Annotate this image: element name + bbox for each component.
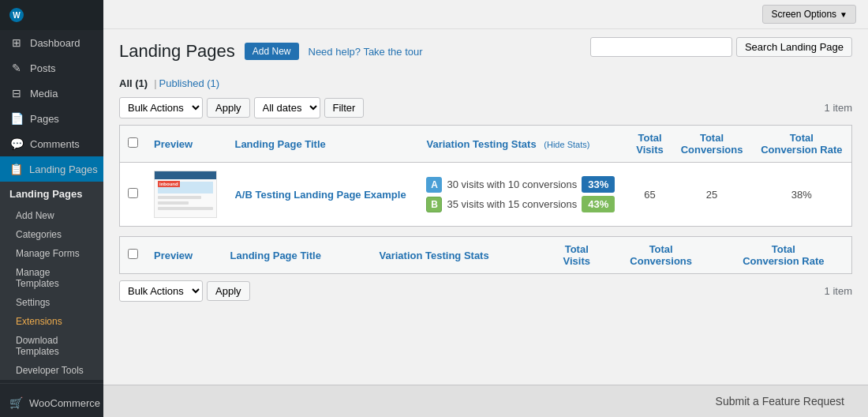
sidebar-item-label: Media (30, 88, 58, 100)
total-visits-label: TotalVisits (636, 132, 663, 156)
content-area: Landing Pages Add New Need help? Take th… (103, 29, 868, 314)
sidebar-item-label: WooCommerce (29, 397, 100, 409)
bottom-total-conversions-header: TotalConversions (607, 237, 716, 274)
submenu-item-manage-templates[interactable]: Manage Templates (0, 263, 103, 293)
table-row: inbound A/B Testing Landing Page Example (120, 163, 852, 227)
main-content: Screen Options ▼ Landing Pages Add New N… (103, 0, 868, 417)
submenu-item-extensions[interactable]: Extensions (0, 312, 103, 331)
select-all-checkbox[interactable] (128, 137, 138, 148)
mini-line (158, 196, 201, 199)
sidebar-item-landing-pages[interactable]: 📋 Landing Pages (0, 156, 103, 182)
row-checkbox[interactable] (128, 188, 138, 198)
sidebar-item-media[interactable]: ⊟ Media (0, 81, 103, 106)
comments-icon: 💬 (9, 137, 24, 150)
total-conversions-header: TotalConversions (672, 126, 751, 163)
top-bar: Screen Options ▼ (103, 0, 868, 29)
sidebar-item-posts[interactable]: ✎ Posts (0, 55, 103, 81)
checkbox-header (120, 126, 147, 163)
bottom-select-all[interactable] (128, 249, 138, 259)
chevron-down-icon: ▼ (840, 10, 847, 19)
ab-row-a: A 30 visits with 10 conversions 33% (426, 176, 619, 193)
sidebar-item-pages[interactable]: 📄 Pages (0, 106, 103, 131)
sidebar-item-label: Pages (30, 113, 59, 125)
top-toolbar: Bulk Actions Apply All dates Filter 1 it… (119, 97, 852, 118)
mini-logo: inbound (158, 181, 180, 187)
bottom-total-rate-header: TotalConversion Rate (716, 237, 852, 274)
bottom-toolbar: Bulk Actions Apply 1 item (119, 280, 852, 302)
wp-logo-area[interactable]: W (0, 0, 103, 30)
sidebar-item-dashboard[interactable]: ⊞ Dashboard (0, 30, 103, 55)
search-input[interactable] (590, 37, 732, 57)
landing-pages-icon: 📋 (9, 163, 23, 175)
sidebar-item-label: Landing Pages (29, 163, 98, 175)
media-icon: ⊟ (9, 87, 24, 100)
page-header: Landing Pages Add New Need help? Take th… (119, 41, 423, 62)
posts-icon: ✎ (9, 62, 24, 74)
bottom-bulk-actions-select[interactable]: Bulk Actions (119, 280, 203, 302)
bottom-checkbox-header (120, 237, 147, 274)
submit-feature-bar[interactable]: Submit a Feature Request (103, 385, 868, 417)
published-count: (1) (207, 77, 219, 89)
landing-pages-submenu: Landing Pages Add New Categories Manage … (0, 182, 103, 380)
total-conversion-rate-label: TotalConversion Rate (761, 132, 842, 156)
bottom-apply-button[interactable]: Apply (207, 281, 250, 301)
total-conversions-cell: 25 (672, 163, 751, 227)
submenu-title[interactable]: Landing Pages (0, 182, 103, 206)
wp-logo: W (9, 8, 24, 22)
pages-icon: 📄 (9, 112, 24, 125)
take-tour-link[interactable]: Need help? Take the tour (309, 46, 423, 58)
preview-cell: inbound (146, 163, 226, 227)
total-visits-header: TotalVisits (628, 126, 672, 163)
search-button[interactable]: Search Landing Page (736, 37, 852, 57)
title-header-label: Landing Page Title (234, 138, 325, 150)
title-header[interactable]: Landing Page Title (226, 126, 418, 163)
woocommerce-icon: 🛒 (9, 396, 23, 409)
page-title-link[interactable]: A/B Testing Landing Page Example (234, 189, 406, 201)
preview-header-label: Preview (154, 138, 193, 150)
page-title: Landing Pages (119, 41, 235, 62)
ab-row-b: B 35 visits with 15 conversions 43% (426, 196, 619, 212)
row-checkbox-cell (120, 163, 147, 227)
dashboard-icon: ⊞ (9, 36, 24, 49)
stats-header: Variation Testing Stats (Hide Stats) (418, 126, 627, 163)
ab-label-b: B (426, 197, 442, 212)
sidebar: W ⊞ Dashboard ✎ Posts ⊟ Media 📄 Pages 💬 … (0, 0, 103, 417)
mini-line (158, 201, 189, 205)
submenu-item-developer-tools[interactable]: Developer Tools (0, 361, 103, 380)
bottom-item-count: 1 item (825, 285, 852, 297)
bottom-stats-header: Variation Testing Stats (372, 237, 547, 274)
bottom-preview-header: Preview (146, 237, 223, 274)
ab-pct-b: 43% (582, 196, 615, 212)
total-conversion-rate-header: TotalConversion Rate (752, 126, 852, 163)
bottom-table: Preview Landing Page Title Variation Tes… (119, 236, 852, 274)
add-new-button[interactable]: Add New (245, 43, 299, 60)
bulk-actions-select[interactable]: Bulk Actions (119, 97, 203, 118)
date-filter-select[interactable]: All dates (254, 97, 320, 118)
preview-header: Preview (146, 126, 226, 163)
sidebar-item-comments[interactable]: 💬 Comments (0, 131, 103, 156)
filter-tab-published[interactable]: Published (1) (159, 76, 224, 91)
title-cell: A/B Testing Landing Page Example (226, 163, 418, 227)
item-count: 1 item (825, 102, 852, 114)
apply-button[interactable]: Apply (207, 98, 250, 118)
filter-button[interactable]: Filter (324, 98, 365, 118)
all-count: (1) (135, 77, 148, 89)
bottom-title-header[interactable]: Landing Page Title (223, 237, 372, 274)
filter-tab-all[interactable]: All (1) (119, 76, 152, 91)
screen-options-button[interactable]: Screen Options ▼ (762, 5, 856, 24)
submenu-item-manage-forms[interactable]: Manage Forms (0, 244, 103, 263)
table-header-row: Preview Landing Page Title Variation Tes… (120, 126, 852, 163)
submenu-item-settings[interactable]: Settings (0, 293, 103, 312)
submenu-item-download-templates[interactable]: Download Templates (0, 331, 103, 361)
submenu-item-categories[interactable]: Categories (0, 225, 103, 244)
sidebar-item-woocommerce[interactable]: 🛒 WooCommerce (0, 390, 103, 415)
sidebar-item-label: Posts (30, 62, 56, 74)
ab-text-a: 30 visits with 10 conversions (447, 178, 577, 190)
landing-pages-table: Preview Landing Page Title Variation Tes… (119, 125, 852, 227)
ab-text-b: 35 visits with 15 conversions (447, 198, 577, 210)
filter-separator: | (154, 77, 156, 89)
submenu-item-add-new[interactable]: Add New (0, 206, 103, 225)
filter-tabs: All (1) | Published (1) (119, 76, 852, 91)
hide-stats-link[interactable]: (Hide Stats) (544, 140, 589, 149)
ab-pct-a: 33% (582, 176, 615, 193)
